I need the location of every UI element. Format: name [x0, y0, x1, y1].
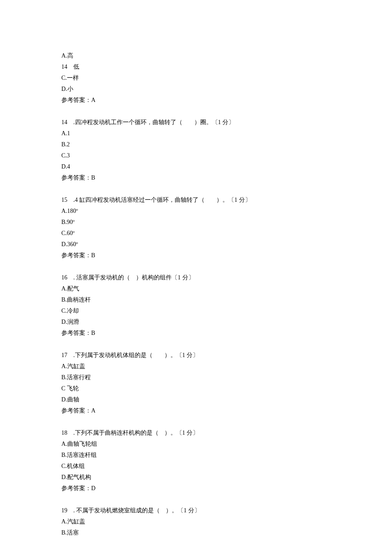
q18-option-d: D.配气机构	[61, 472, 331, 483]
q15-answer: 参考答案：B	[61, 250, 331, 261]
q18-answer: 参考答案：D	[61, 483, 331, 494]
q18-option-a: A.曲轴飞轮组	[61, 439, 331, 450]
q18-option-b: B.活塞连杆组	[61, 450, 331, 461]
q17-option-c: C 飞轮	[61, 383, 331, 394]
q14-option-d: D.4	[61, 161, 331, 172]
blank-line	[61, 339, 331, 350]
q17-stem: 17 .下列属于发动机机体组的是（ ）。〔1 分〕	[61, 350, 331, 361]
q17-option-b: B.活塞行程	[61, 372, 331, 383]
q19-option-a: A.汽缸盖	[61, 516, 331, 527]
q18-option-c: C.机体组	[61, 461, 331, 472]
q16-stem: 16 . 活塞属于发动机的（ ）机构的组件〔1 分〕	[61, 272, 331, 283]
q19-option-b: B.活塞	[61, 527, 331, 538]
q14-option-c: C.3	[61, 150, 331, 161]
q17-answer: 参考答案：A	[61, 405, 331, 416]
q13-option-b: 14 低	[61, 61, 331, 73]
q16-option-b: B.曲柄连杆	[61, 294, 331, 305]
q13-option-c: C.一样	[61, 73, 331, 84]
q15-option-b: B.90º	[61, 217, 331, 228]
q18-stem: 18 .下列不属于曲柄连杆机构的是（ ）。〔1 分〕	[61, 427, 331, 439]
q16-option-a: A.配气	[61, 283, 331, 294]
blank-line	[61, 416, 331, 427]
q13-option-a: A.高	[61, 50, 331, 61]
q13-option-d: D.小	[61, 84, 331, 95]
q14-option-a: A.1	[61, 128, 331, 139]
q15-option-d: D.360º	[61, 239, 331, 250]
q16-answer: 参考答案：B	[61, 328, 331, 339]
q14-stem: 14 .四冲程发动机工作一个循环，曲轴转了（ ）圈。〔1 分〕	[61, 117, 331, 128]
q16-option-d: D.润滑	[61, 317, 331, 328]
q17-option-d: D.曲轴	[61, 394, 331, 405]
blank-line	[61, 261, 331, 272]
blank-line	[61, 494, 331, 505]
q15-option-a: A.180º	[61, 206, 331, 217]
q16-option-c: C.冷却	[61, 305, 331, 317]
blank-line	[61, 183, 331, 195]
document-page: A.高 14 低 C.一样 D.小 参考答案：A 14 .四冲程发动机工作一个循…	[0, 0, 392, 555]
q15-option-c: C.60º	[61, 228, 331, 239]
q17-option-a: A.汽缸盖	[61, 361, 331, 372]
q15-stem: 15 .4 缸四冲程发动机活塞经过一个循环，曲轴转了（ ）。〔1 分〕	[61, 195, 331, 206]
q14-answer: 参考答案：B	[61, 172, 331, 183]
blank-line	[61, 106, 331, 117]
q13-answer: 参考答案：A	[61, 95, 331, 106]
q19-stem: 19 . 不属于发动机燃烧室组成的是（ ）。〔1 分〕	[61, 505, 331, 516]
q14-option-b: B.2	[61, 139, 331, 150]
